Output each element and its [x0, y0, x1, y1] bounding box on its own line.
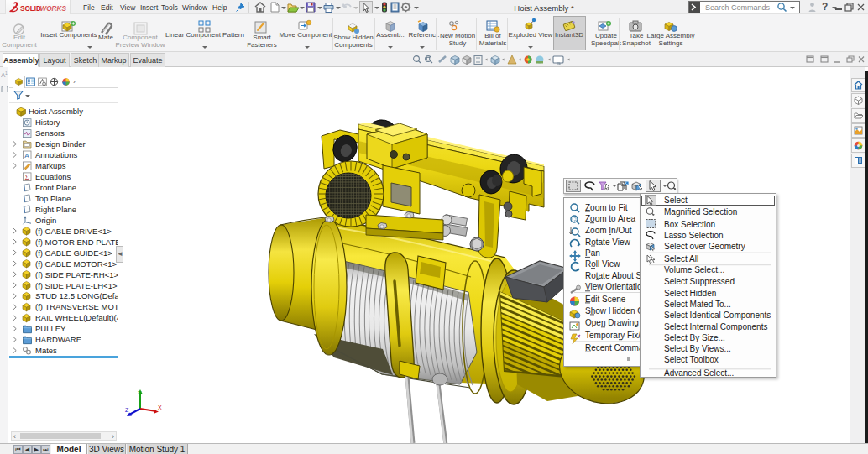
svg-text:Z: Z	[125, 407, 129, 413]
svg-text:Select By Size...: Select By Size...	[664, 333, 725, 342]
svg-text:X: X	[158, 404, 162, 410]
svg-text:Rotate View: Rotate View	[585, 237, 631, 247]
svg-text:Select Mated To...: Select Mated To...	[664, 300, 731, 309]
svg-text:Magnified Selection: Magnified Selection	[664, 207, 737, 217]
svg-text:Select Internal Components: Select Internal Components	[664, 322, 767, 331]
svg-text:Lasso Selection: Lasso Selection	[664, 231, 724, 240]
svg-text:Select: Select	[664, 196, 688, 205]
svg-text:Advanced Select...: Advanced Select...	[664, 368, 734, 377]
svg-text:Zoom In/Out: Zoom In/Out	[585, 226, 632, 235]
svg-text:Volume Select...: Volume Select...	[664, 265, 724, 274]
svg-text:Open Drawing: Open Drawing	[585, 318, 639, 327]
svg-text:Zoom to Fit: Zoom to Fit	[585, 203, 628, 212]
svg-text:Select Identical Components: Select Identical Components	[664, 310, 771, 320]
svg-text:WORKS: WORKS	[40, 5, 67, 13]
svg-text:Select over Geometry: Select over Geometry	[664, 242, 745, 251]
svg-text:Select Suppressed: Select Suppressed	[664, 277, 735, 286]
svg-text:Select Hidden: Select Hidden	[664, 289, 716, 298]
svg-text:Edit Scene: Edit Scene	[585, 295, 626, 304]
svg-text:Select By Views...: Select By Views...	[664, 344, 731, 353]
svg-text:Zoom to Area: Zoom to Area	[585, 214, 635, 223]
svg-text:Select All: Select All	[664, 254, 698, 264]
svg-text:Pan: Pan	[585, 248, 600, 258]
svg-text:SOLID: SOLID	[20, 5, 41, 13]
svg-text:Select Toolbox: Select Toolbox	[664, 355, 719, 364]
svg-text:Roll View: Roll View	[585, 259, 620, 269]
svg-text:Box Selection: Box Selection	[664, 220, 715, 229]
svg-text:Y: Y	[138, 390, 142, 396]
